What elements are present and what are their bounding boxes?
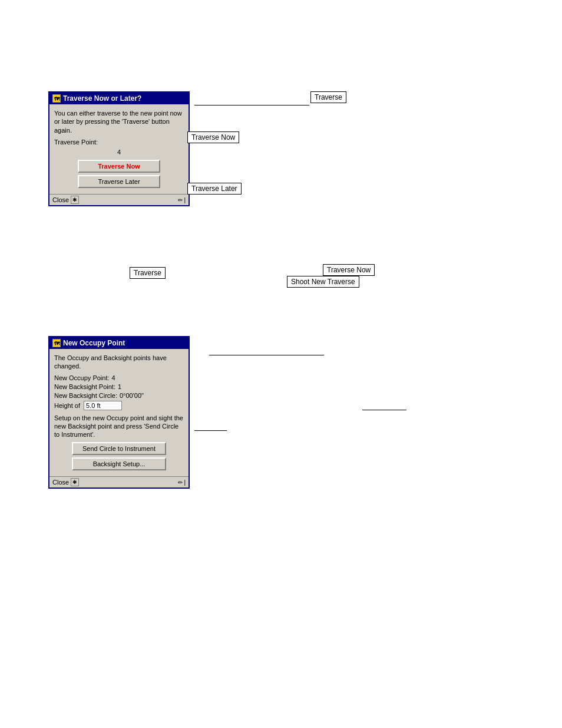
dialog2-body-text: The Occupy and Backsight points have cha…: [54, 354, 184, 371]
dialog1-traverse-point-value: 4: [54, 148, 184, 156]
traverse-anno-text1: Traverse: [315, 93, 342, 101]
dialog2-close-x-icon[interactable]: ✱: [71, 478, 79, 486]
line3: [362, 410, 406, 410]
traverse-anno-text2: Traverse: [134, 269, 161, 277]
dialog2-height-label: Height of: [54, 402, 80, 409]
traverse-now-button[interactable]: Traverse Now: [78, 160, 160, 173]
dialog2-circle-label: New Backsight Circle:: [54, 392, 117, 399]
dialog2-occupy-row: New Occupy Point: 4: [54, 374, 184, 381]
dialog2-footer: Close ✱ ✏ |: [49, 476, 189, 487]
traverse-now-anno-text2: Traverse Now: [327, 266, 371, 274]
dialog2-icon: 🗺: [52, 339, 61, 347]
line2: [209, 355, 324, 355]
traverse-later-anno-text: Traverse Later: [191, 185, 237, 193]
dialog1-title: Traverse Now or Later?: [63, 94, 141, 103]
shoot-new-traverse-anno-text: Shoot New Traverse: [291, 278, 355, 286]
traverse-now-anno-box2[interactable]: Traverse Now: [323, 264, 375, 276]
dialog2-backsight-row: New Backsight Point: 1: [54, 383, 184, 390]
dialog2-height-input[interactable]: [84, 401, 122, 410]
dialog1-close-x-icon[interactable]: ✱: [71, 196, 79, 204]
dialog1-body: You can either traverse to the new point…: [49, 104, 189, 194]
dialog2-title: New Occupy Point: [63, 339, 125, 347]
dialog2-height-row: Height of: [54, 401, 184, 410]
backsight-setup-button[interactable]: Backsight Setup...: [72, 457, 166, 470]
traverse-now-anno-box[interactable]: Traverse Now: [187, 131, 239, 143]
traverse-later-anno-box[interactable]: Traverse Later: [187, 183, 242, 195]
dialog2-circle-row: New Backsight Circle: 0°00'00": [54, 392, 184, 399]
traverse-later-button[interactable]: Traverse Later: [78, 175, 160, 188]
dialog1-pencil-icon: ✏ |: [178, 197, 186, 203]
send-circle-button[interactable]: Send Circle to Instrument: [72, 442, 166, 455]
dialog1-footer: Close ✱ ✏ |: [49, 194, 189, 205]
line4: [194, 430, 227, 431]
dialog2-close[interactable]: Close ✱: [52, 478, 79, 486]
traverse-dialog: 🗺 Traverse Now or Later? You can either …: [48, 91, 190, 206]
dialog2-instruction-text: Setup on the new Occupy point and sight …: [54, 414, 184, 439]
occupy-dialog: 🗺 New Occupy Point The Occupy and Backsi…: [48, 336, 190, 489]
dialog1-titlebar: 🗺 Traverse Now or Later?: [49, 93, 189, 104]
dialog2-backsight-label: New Backsight Point:: [54, 383, 115, 390]
dialog2-close-label: Close: [52, 479, 69, 486]
dialog2-occupy-value: 4: [112, 374, 115, 381]
dialog1-close[interactable]: Close ✱: [52, 196, 79, 204]
dialog2-circle-value: 0°00'00": [120, 392, 144, 399]
dialog2-body: The Occupy and Backsight points have cha…: [49, 349, 189, 476]
line1: [194, 105, 309, 106]
shoot-new-traverse-anno-box[interactable]: Shoot New Traverse: [287, 276, 359, 288]
dialog1-close-label: Close: [52, 196, 69, 203]
dialog2-backsight-value: 1: [118, 383, 121, 390]
dialog1-icon: 🗺: [52, 94, 61, 103]
traverse-anno-box2[interactable]: Traverse: [130, 267, 166, 279]
traverse-anno-box1[interactable]: Traverse: [310, 91, 346, 103]
dialog1-traverse-point-label: Traverse Point:: [54, 138, 184, 146]
dialog1-body-text: You can either traverse to the new point…: [54, 109, 184, 134]
dialog2-pencil-icon: ✏ |: [178, 479, 186, 486]
dialog2-occupy-label: New Occupy Point:: [54, 374, 110, 381]
traverse-now-anno-text: Traverse Now: [191, 133, 235, 141]
dialog2-titlebar: 🗺 New Occupy Point: [49, 337, 189, 349]
